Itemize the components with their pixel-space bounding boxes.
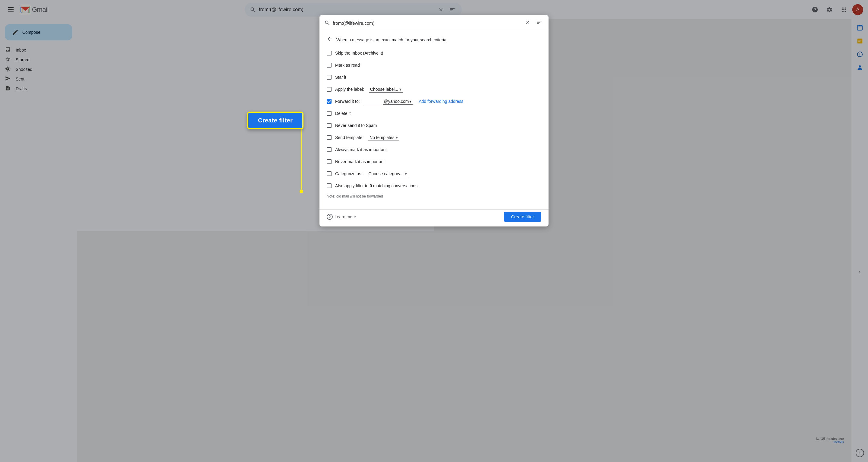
apply-label-select[interactable]: Choose label... ▾	[369, 86, 403, 93]
dialog-body: When a message is an exact match for you…	[319, 31, 434, 207]
callout-box: Create filter	[247, 112, 304, 129]
star-it-checkbox[interactable]	[327, 75, 332, 80]
forward-domain-select[interactable]: @yahoo.com ▾	[383, 98, 413, 105]
never-important-label: Never mark it as important	[335, 159, 384, 164]
dialog-search-icon	[324, 20, 330, 26]
categorize-select[interactable]: Choose category... ▾	[367, 171, 408, 177]
filter-option-categorize: Categorize as: Choose category... ▾	[327, 170, 434, 177]
forward-domain-chevron: ▾	[409, 99, 411, 104]
mark-read-checkbox[interactable]	[327, 63, 332, 67]
learn-more-icon: ?	[327, 214, 333, 220]
categorize-text: Categorize as:	[335, 171, 362, 176]
skip-inbox-label: Skip the Inbox (Archive it)	[335, 51, 383, 56]
send-template-chevron: ▾	[396, 135, 398, 140]
filter-option-never-important: Never mark it as important	[327, 158, 434, 165]
create-filter-callout-button[interactable]: Create filter	[247, 112, 304, 129]
mark-read-label: Mark as read	[335, 63, 360, 67]
add-forwarding-link[interactable]: Add forwarding address	[418, 99, 434, 104]
dialog-search-bar	[319, 15, 434, 31]
filter-option-mark-read: Mark as read	[327, 61, 434, 69]
send-template-checkbox[interactable]	[327, 135, 332, 140]
forward-domain-value: @yahoo.com	[384, 99, 409, 104]
filter-dialog: When a message is an exact match for you…	[319, 15, 434, 227]
never-spam-label: Never send it to Spam	[335, 123, 377, 128]
filter-option-star-it: Star it	[327, 74, 434, 81]
send-template-select[interactable]: No templates ▾	[368, 135, 399, 141]
learn-more-link[interactable]: ? Learn more	[327, 214, 356, 220]
forward-checkbox[interactable]	[327, 99, 332, 104]
never-spam-checkbox[interactable]	[327, 123, 332, 128]
categorize-checkbox[interactable]	[327, 171, 332, 176]
note-text: Note: old mail will not be forwarded	[327, 194, 434, 198]
delete-checkbox[interactable]	[327, 111, 332, 116]
criteria-header: When a message is an exact match for you…	[327, 36, 434, 44]
filter-option-also-apply: Also apply filter to 0 matching conversa…	[327, 182, 434, 190]
never-important-checkbox[interactable]	[327, 159, 332, 164]
criteria-text: When a message is an exact match for you…	[336, 37, 434, 42]
filter-option-skip-inbox: Skip the Inbox (Archive it)	[327, 50, 434, 57]
dialog-footer: ? Learn more Create filter	[319, 209, 434, 227]
also-apply-label: Also apply filter to 0 matching conversa…	[335, 183, 418, 188]
forward-input-container: @yahoo.com ▾	[364, 98, 413, 105]
categorize-value: Choose category...	[368, 171, 403, 176]
filter-option-never-spam: Never send it to Spam	[327, 122, 434, 129]
apply-label-text: Apply the label:	[335, 87, 364, 92]
always-important-checkbox[interactable]	[327, 147, 332, 152]
apply-label-chevron: ▾	[399, 87, 401, 92]
send-template-value: No templates	[370, 135, 394, 140]
also-apply-checkbox[interactable]	[327, 183, 332, 188]
back-button[interactable]	[327, 36, 333, 44]
filter-option-delete: Delete it	[327, 110, 434, 117]
forward-email-input[interactable]	[364, 99, 381, 104]
apply-label-checkbox[interactable]	[327, 87, 332, 92]
forward-label: Forward it to:	[335, 99, 360, 104]
skip-inbox-checkbox[interactable]	[327, 51, 332, 56]
filter-option-forward: Forward it to: @yahoo.com ▾ Add forwardi…	[327, 98, 434, 105]
always-important-label: Always mark it as important	[335, 147, 387, 152]
learn-more-label: Learn more	[335, 214, 356, 219]
filter-option-apply-label: Apply the label: Choose label... ▾	[327, 86, 434, 93]
filter-option-send-template: Send template: No templates ▾	[327, 134, 434, 141]
filter-option-always-important: Always mark it as important	[327, 146, 434, 153]
apply-label-value: Choose label...	[370, 87, 398, 92]
delete-label: Delete it	[335, 111, 350, 116]
star-it-label: Star it	[335, 75, 346, 80]
dialog-search-input[interactable]	[333, 21, 434, 26]
send-template-text: Send template:	[335, 135, 364, 140]
categorize-chevron: ▾	[405, 171, 407, 176]
